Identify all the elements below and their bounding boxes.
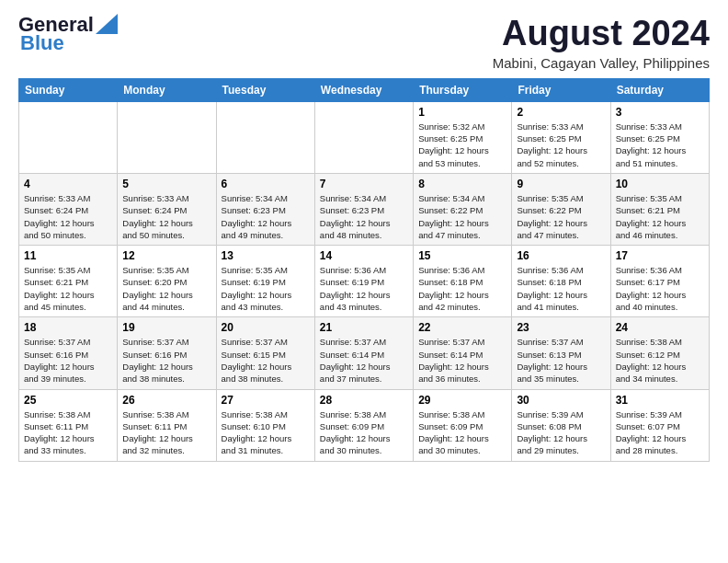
- day-number: 2: [517, 106, 605, 119]
- calendar-cell: 28Sunrise: 5:38 AM Sunset: 6:09 PM Dayli…: [314, 389, 413, 461]
- calendar-cell: 21Sunrise: 5:37 AM Sunset: 6:14 PM Dayli…: [314, 317, 413, 389]
- weekday-header-row: SundayMondayTuesdayWednesdayThursdayFrid…: [19, 78, 710, 101]
- calendar-cell: 22Sunrise: 5:37 AM Sunset: 6:14 PM Dayli…: [414, 317, 512, 389]
- calendar-cell: 26Sunrise: 5:38 AM Sunset: 6:11 PM Dayli…: [118, 389, 216, 461]
- calendar-cell: 16Sunrise: 5:36 AM Sunset: 6:18 PM Dayli…: [512, 246, 610, 317]
- day-number: 21: [320, 321, 408, 334]
- calendar-cell: 1Sunrise: 5:32 AM Sunset: 6:25 PM Daylig…: [414, 101, 512, 173]
- weekday-thursday: Thursday: [414, 78, 512, 101]
- cell-info: Sunrise: 5:35 AM Sunset: 6:21 PM Dayligh…: [616, 192, 704, 241]
- calendar-cell: 6Sunrise: 5:34 AM Sunset: 6:23 PM Daylig…: [216, 173, 314, 245]
- cell-info: Sunrise: 5:33 AM Sunset: 6:24 PM Dayligh…: [24, 192, 112, 241]
- month-title: August 2024: [493, 15, 710, 53]
- calendar-cell: 25Sunrise: 5:38 AM Sunset: 6:11 PM Dayli…: [19, 389, 118, 461]
- title-area: August 2024 Mabini, Cagayan Valley, Phil…: [493, 15, 710, 71]
- day-number: 19: [122, 321, 210, 334]
- calendar-cell: 19Sunrise: 5:37 AM Sunset: 6:16 PM Dayli…: [118, 317, 216, 389]
- cell-info: Sunrise: 5:33 AM Sunset: 6:24 PM Dayligh…: [122, 192, 210, 241]
- cell-info: Sunrise: 5:33 AM Sunset: 6:25 PM Dayligh…: [616, 121, 704, 169]
- weekday-monday: Monday: [118, 78, 216, 101]
- day-number: 20: [222, 321, 310, 334]
- calendar: SundayMondayTuesdayWednesdayThursdayFrid…: [18, 78, 710, 462]
- calendar-cell: 18Sunrise: 5:37 AM Sunset: 6:16 PM Dayli…: [19, 317, 118, 389]
- calendar-cell: 5Sunrise: 5:33 AM Sunset: 6:24 PM Daylig…: [118, 173, 216, 245]
- day-number: 28: [320, 394, 408, 407]
- calendar-cell: [19, 101, 118, 173]
- calendar-cell: 13Sunrise: 5:35 AM Sunset: 6:19 PM Dayli…: [216, 246, 314, 317]
- cell-info: Sunrise: 5:35 AM Sunset: 6:20 PM Dayligh…: [122, 264, 210, 313]
- day-number: 13: [222, 249, 310, 262]
- day-number: 1: [418, 106, 506, 119]
- calendar-cell: 11Sunrise: 5:35 AM Sunset: 6:21 PM Dayli…: [19, 246, 118, 317]
- page-header: General Blue August 2024 Mabini, Cagayan…: [18, 15, 710, 71]
- cell-info: Sunrise: 5:37 AM Sunset: 6:16 PM Dayligh…: [122, 336, 210, 385]
- cell-info: Sunrise: 5:36 AM Sunset: 6:18 PM Dayligh…: [418, 264, 506, 313]
- calendar-cell: 17Sunrise: 5:36 AM Sunset: 6:17 PM Dayli…: [610, 246, 709, 317]
- day-number: 3: [616, 106, 704, 119]
- cell-info: Sunrise: 5:38 AM Sunset: 6:12 PM Dayligh…: [616, 336, 704, 385]
- calendar-cell: [216, 101, 314, 173]
- cell-info: Sunrise: 5:36 AM Sunset: 6:19 PM Dayligh…: [320, 264, 408, 313]
- calendar-cell: 31Sunrise: 5:39 AM Sunset: 6:07 PM Dayli…: [610, 389, 709, 461]
- weekday-friday: Friday: [512, 78, 610, 101]
- cell-info: Sunrise: 5:38 AM Sunset: 6:11 PM Dayligh…: [122, 408, 210, 457]
- calendar-cell: 4Sunrise: 5:33 AM Sunset: 6:24 PM Daylig…: [19, 173, 118, 245]
- weekday-saturday: Saturday: [610, 78, 709, 101]
- day-number: 11: [24, 249, 112, 262]
- cell-info: Sunrise: 5:38 AM Sunset: 6:10 PM Dayligh…: [222, 408, 310, 457]
- day-number: 18: [24, 321, 112, 334]
- week-row-1: 4Sunrise: 5:33 AM Sunset: 6:24 PM Daylig…: [19, 173, 710, 245]
- day-number: 30: [517, 394, 605, 407]
- weekday-tuesday: Tuesday: [216, 78, 314, 101]
- svg-marker-0: [96, 14, 118, 34]
- calendar-cell: 7Sunrise: 5:34 AM Sunset: 6:23 PM Daylig…: [314, 173, 413, 245]
- week-row-0: 1Sunrise: 5:32 AM Sunset: 6:25 PM Daylig…: [19, 101, 710, 173]
- cell-info: Sunrise: 5:37 AM Sunset: 6:14 PM Dayligh…: [418, 336, 506, 385]
- day-number: 17: [616, 249, 704, 262]
- calendar-cell: 24Sunrise: 5:38 AM Sunset: 6:12 PM Dayli…: [610, 317, 709, 389]
- week-row-4: 25Sunrise: 5:38 AM Sunset: 6:11 PM Dayli…: [19, 389, 710, 461]
- cell-info: Sunrise: 5:38 AM Sunset: 6:11 PM Dayligh…: [24, 408, 112, 457]
- day-number: 16: [517, 249, 605, 262]
- calendar-cell: 30Sunrise: 5:39 AM Sunset: 6:08 PM Dayli…: [512, 389, 610, 461]
- day-number: 29: [418, 394, 506, 407]
- location: Mabini, Cagayan Valley, Philippines: [493, 55, 710, 71]
- day-number: 8: [418, 178, 506, 190]
- day-number: 27: [222, 394, 310, 407]
- logo-blue: Blue: [20, 31, 64, 54]
- cell-info: Sunrise: 5:39 AM Sunset: 6:08 PM Dayligh…: [517, 408, 605, 457]
- calendar-cell: 3Sunrise: 5:33 AM Sunset: 6:25 PM Daylig…: [610, 101, 709, 173]
- calendar-cell: 2Sunrise: 5:33 AM Sunset: 6:25 PM Daylig…: [512, 101, 610, 173]
- day-number: 10: [616, 178, 704, 190]
- cell-info: Sunrise: 5:33 AM Sunset: 6:25 PM Dayligh…: [517, 121, 605, 169]
- calendar-cell: 14Sunrise: 5:36 AM Sunset: 6:19 PM Dayli…: [314, 246, 413, 317]
- cell-info: Sunrise: 5:36 AM Sunset: 6:18 PM Dayligh…: [517, 264, 605, 313]
- calendar-cell: [314, 101, 413, 173]
- cell-info: Sunrise: 5:37 AM Sunset: 6:15 PM Dayligh…: [222, 336, 310, 385]
- week-row-3: 18Sunrise: 5:37 AM Sunset: 6:16 PM Dayli…: [19, 317, 710, 389]
- day-number: 6: [222, 178, 310, 190]
- cell-info: Sunrise: 5:36 AM Sunset: 6:17 PM Dayligh…: [616, 264, 704, 313]
- calendar-cell: 15Sunrise: 5:36 AM Sunset: 6:18 PM Dayli…: [414, 246, 512, 317]
- cell-info: Sunrise: 5:37 AM Sunset: 6:13 PM Dayligh…: [517, 336, 605, 385]
- cell-info: Sunrise: 5:39 AM Sunset: 6:07 PM Dayligh…: [616, 408, 704, 457]
- calendar-cell: 9Sunrise: 5:35 AM Sunset: 6:22 PM Daylig…: [512, 173, 610, 245]
- cell-info: Sunrise: 5:35 AM Sunset: 6:21 PM Dayligh…: [24, 264, 112, 313]
- cell-info: Sunrise: 5:37 AM Sunset: 6:14 PM Dayligh…: [320, 336, 408, 385]
- cell-info: Sunrise: 5:37 AM Sunset: 6:16 PM Dayligh…: [24, 336, 112, 385]
- calendar-cell: [118, 101, 216, 173]
- cell-info: Sunrise: 5:34 AM Sunset: 6:22 PM Dayligh…: [418, 192, 506, 241]
- week-row-2: 11Sunrise: 5:35 AM Sunset: 6:21 PM Dayli…: [19, 246, 710, 317]
- calendar-cell: 8Sunrise: 5:34 AM Sunset: 6:22 PM Daylig…: [414, 173, 512, 245]
- day-number: 23: [517, 321, 605, 334]
- weekday-wednesday: Wednesday: [314, 78, 413, 101]
- cell-info: Sunrise: 5:35 AM Sunset: 6:19 PM Dayligh…: [222, 264, 310, 313]
- logo: General Blue: [18, 15, 118, 55]
- day-number: 25: [24, 394, 112, 407]
- cell-info: Sunrise: 5:35 AM Sunset: 6:22 PM Dayligh…: [517, 192, 605, 241]
- day-number: 9: [517, 178, 605, 190]
- calendar-cell: 27Sunrise: 5:38 AM Sunset: 6:10 PM Dayli…: [216, 389, 314, 461]
- day-number: 26: [122, 394, 210, 407]
- calendar-cell: 20Sunrise: 5:37 AM Sunset: 6:15 PM Dayli…: [216, 317, 314, 389]
- day-number: 7: [320, 178, 408, 190]
